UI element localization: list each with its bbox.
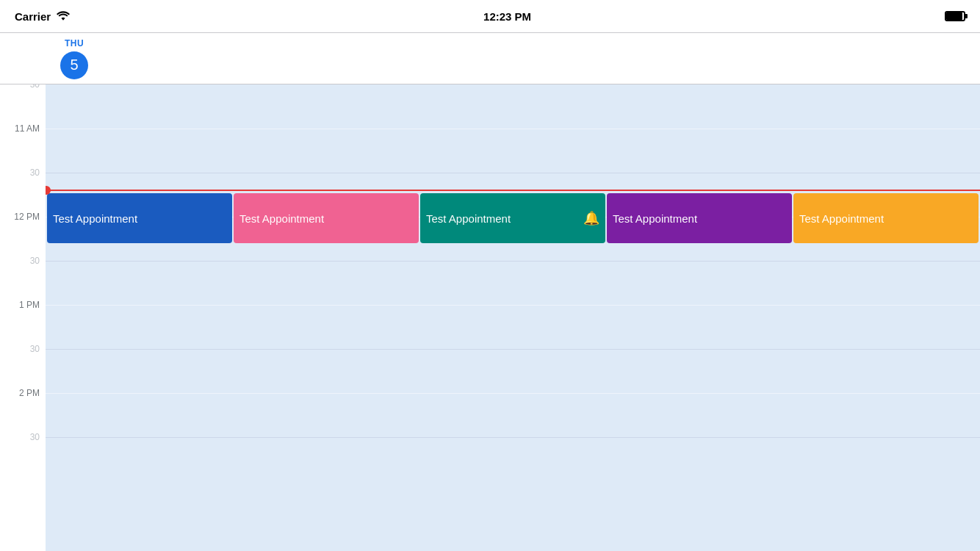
appointment-blue[interactable]: Test Appointment <box>47 193 232 243</box>
time-slot-half-1: 30 <box>0 349 46 393</box>
events-area: Test Appointment Test Appointment Test A… <box>46 84 980 551</box>
carrier-label: Carrier <box>15 10 51 23</box>
appointment-purple[interactable]: Test Appointment <box>607 193 792 243</box>
time-label-half-11: 30 <box>30 168 40 178</box>
current-time-indicator <box>46 190 980 191</box>
status-bar: Carrier 12:23 PM <box>0 0 980 32</box>
calendar-header: THU 5 <box>0 33 980 84</box>
appointment-label-1: Test Appointment <box>53 212 137 225</box>
time-label-11am: 11 AM <box>15 123 40 134</box>
wifi-icon <box>57 10 70 23</box>
time-slot-2pm: 2 PM <box>0 393 46 437</box>
time-slot-1pm: 1 PM <box>0 305 46 349</box>
grid-line <box>46 393 980 394</box>
time-label-1pm: 1 PM <box>19 300 40 310</box>
status-left: Carrier <box>15 10 70 23</box>
appointment-label-5: Test Appointment <box>799 212 884 225</box>
appointment-pink[interactable]: Test Appointment <box>234 193 419 243</box>
time-label-half-2: 30 <box>30 432 40 442</box>
grid-line <box>46 129 980 129</box>
appointment-label-3: Test Appointment <box>426 212 511 225</box>
battery-icon <box>945 11 965 21</box>
time-label: 30 <box>30 84 40 90</box>
time-label-2pm: 2 PM <box>19 388 40 398</box>
grid-line-hour <box>46 261 980 262</box>
calendar-body: 30 11 AM 30 12 PM 30 1 PM 30 2 PM 30 <box>0 84 980 551</box>
grid-line-hour <box>46 173 980 173</box>
day-number: 5 <box>60 51 88 79</box>
appointments-row: Test Appointment Test Appointment Test A… <box>46 193 980 243</box>
grid-line-hour <box>46 437 980 438</box>
appointment-label-2: Test Appointment <box>239 212 324 225</box>
appointment-teal[interactable]: Test Appointment 🔔 <box>420 193 605 243</box>
day-name: THU <box>65 38 84 48</box>
grid-line <box>46 305 980 306</box>
time-label-half-12: 30 <box>30 256 40 266</box>
time-gutter: 30 11 AM 30 12 PM 30 1 PM 30 2 PM 30 <box>0 84 46 551</box>
time-slot-half-2: 30 <box>0 437 46 481</box>
time-slot-11am: 11 AM <box>0 129 46 173</box>
battery-indicator <box>945 11 965 21</box>
grid-line-hour <box>46 349 980 350</box>
appointment-label-4: Test Appointment <box>613 212 697 225</box>
time-slot-12pm: 12 PM <box>0 217 46 261</box>
appointment-yellow[interactable]: Test Appointment <box>793 193 979 243</box>
bell-icon: 🔔 <box>583 210 599 226</box>
time-slot-half-12: 30 <box>0 261 46 305</box>
day-column: THU 5 <box>60 38 88 79</box>
time-slot-half-10: 30 <box>0 84 46 129</box>
status-time: 12:23 PM <box>483 10 531 23</box>
time-slot-half-11: 30 <box>0 173 46 217</box>
time-label-half-1: 30 <box>30 344 40 354</box>
time-label-12pm: 12 PM <box>14 212 40 222</box>
